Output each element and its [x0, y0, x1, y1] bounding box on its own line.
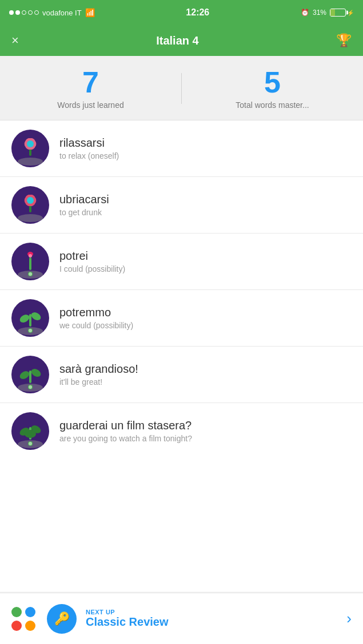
battery-body [330, 9, 346, 17]
word-item[interactable]: guarderai un film stasera?are you going … [0, 403, 363, 459]
word-text-2: ubriacarsito get drunk [59, 193, 353, 217]
word-avatar-1 [10, 128, 50, 168]
word-text-3: potreiI could (possibility) [59, 249, 353, 273]
word-text-4: potremmowe could (possibility) [59, 306, 353, 330]
word-text-5: sarà grandioso!it'll be great! [59, 363, 353, 387]
dot-3 [22, 10, 26, 15]
word-italian-5: sarà grandioso! [59, 363, 353, 376]
status-bar: vodafone IT 📶 12:26 ⏰ 31% ⚡ [0, 0, 363, 25]
word-italian-1: rilassarsi [59, 136, 353, 150]
bottom-dot-1 [11, 607, 22, 617]
word-avatar-4 [10, 298, 50, 338]
battery-fill [330, 9, 335, 16]
close-button[interactable]: × [11, 33, 19, 48]
bottom-dots [11, 607, 35, 631]
svg-point-40 [29, 385, 32, 389]
word-english-2: to get drunk [59, 208, 353, 217]
word-avatar-2 [10, 185, 50, 225]
nav-title: Italian 4 [156, 34, 198, 47]
bottom-dot-2 [25, 607, 35, 617]
words-mastered-label: Total words master... [236, 100, 309, 110]
dot-1 [9, 10, 14, 15]
chevron-right-icon[interactable]: › [346, 610, 352, 627]
bottom-bar: 🔑 NEXT UP Classic Review › [0, 593, 363, 644]
dot-4 [28, 10, 33, 15]
carrier-label: vodafone IT [42, 9, 82, 17]
word-english-1: to relax (oneself) [59, 151, 353, 160]
word-avatar-6 [10, 411, 50, 451]
signal-dots [9, 10, 39, 15]
words-learned-block: 7 Words just learned [0, 67, 181, 110]
status-time: 12:26 [186, 7, 209, 18]
word-list: rilassarsito relax (oneself) ubriacarsit… [0, 120, 363, 591]
word-english-3: I could (possibility) [59, 264, 353, 273]
svg-rect-36 [29, 371, 31, 383]
word-text-1: rilassarsito relax (oneself) [59, 136, 353, 160]
svg-point-48 [29, 442, 32, 445]
word-text-6: guarderai un film stasera?are you going … [59, 419, 353, 443]
words-learned-number: 7 [82, 67, 99, 97]
svg-point-11 [18, 214, 43, 222]
word-english-4: we could (possibility) [59, 321, 353, 330]
svg-point-9 [27, 140, 34, 147]
svg-point-26 [29, 272, 32, 276]
word-item[interactable]: rilassarsito relax (oneself) [0, 120, 363, 177]
next-up-title: Classic Review [86, 615, 337, 629]
battery-container: ⚡ [330, 9, 354, 17]
bottom-dot-3 [11, 621, 22, 631]
words-learned-label: Words just learned [57, 100, 123, 110]
circle-review-button[interactable]: 🔑 [47, 604, 77, 634]
status-left: vodafone IT 📶 [9, 8, 95, 17]
svg-rect-29 [29, 314, 31, 327]
wifi-icon: 📶 [85, 8, 95, 17]
bottom-dot-4 [25, 621, 35, 631]
svg-point-1 [18, 158, 43, 166]
word-item[interactable]: potreiI could (possibility) [0, 234, 363, 290]
next-up-label: NEXT UP [86, 609, 337, 615]
word-item[interactable]: potremmowe could (possibility) [0, 290, 363, 347]
key-icon: 🔑 [54, 611, 70, 626]
word-italian-3: potrei [59, 249, 353, 263]
word-english-6: are you going to watch a film tonight? [59, 434, 353, 443]
words-mastered-number: 5 [264, 67, 281, 97]
word-avatar-5 [10, 355, 50, 395]
status-right: ⏰ 31% ⚡ [301, 9, 354, 17]
dot-5 [34, 10, 39, 15]
svg-point-46 [25, 430, 36, 438]
word-italian-4: potremmo [59, 306, 353, 319]
word-english-5: it'll be great! [59, 377, 353, 387]
word-item[interactable]: ubriacarsito get drunk [0, 177, 363, 234]
alarm-icon: ⏰ [301, 9, 309, 17]
words-mastered-block: 5 Total words master... [182, 67, 363, 110]
svg-point-33 [29, 329, 32, 332]
word-italian-6: guarderai un film stasera? [59, 419, 353, 432]
dot-2 [15, 10, 20, 15]
battery-percent: 31% [313, 9, 326, 17]
svg-point-24 [29, 254, 32, 257]
next-up-block: NEXT UP Classic Review [86, 609, 337, 629]
svg-rect-22 [29, 257, 31, 270]
stats-section: 7 Words just learned 5 Total words maste… [0, 56, 363, 120]
svg-point-19 [27, 197, 34, 204]
trophy-icon[interactable]: 🏆 [336, 33, 352, 48]
nav-bar: × Italian 4 🏆 [0, 25, 363, 56]
word-avatar-3 [10, 242, 50, 281]
word-italian-2: ubriacarsi [59, 193, 353, 206]
word-item[interactable]: sarà grandioso!it'll be great! [0, 347, 363, 403]
